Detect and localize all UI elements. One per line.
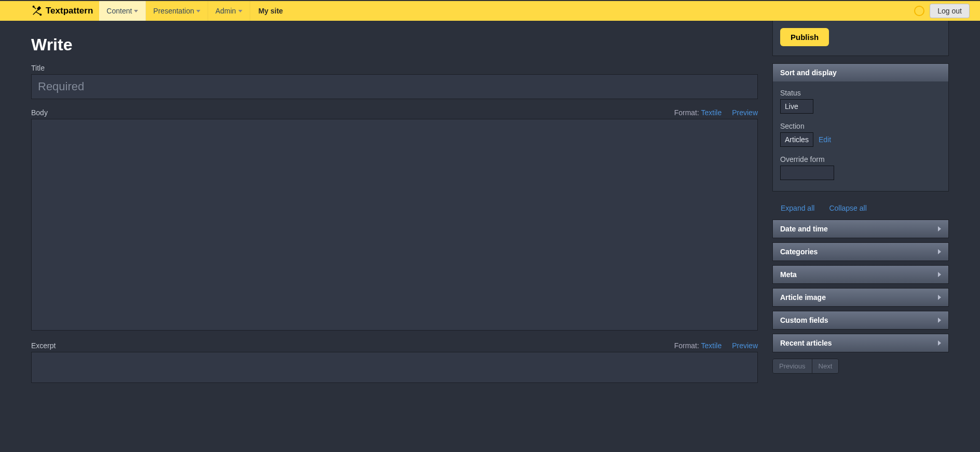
section-select[interactable]: Articles <box>780 132 813 147</box>
section-label: Section <box>780 122 941 130</box>
nav-admin-label: Admin <box>215 7 236 15</box>
nav-presentation-label: Presentation <box>153 7 194 15</box>
accordion-article-image-label: Article image <box>780 293 826 302</box>
chevron-right-icon <box>938 318 941 323</box>
chevron-right-icon <box>938 226 941 231</box>
sort-panel: Sort and display Status Live Section Art… <box>772 63 949 191</box>
override-row: Override form <box>780 155 941 182</box>
accordion-categories[interactable]: Categories <box>772 242 949 261</box>
override-select[interactable] <box>780 166 834 180</box>
main-column: Write Title Body Format: Textile Preview <box>31 21 758 394</box>
accordion-custom-fields[interactable]: Custom fields <box>772 311 949 330</box>
caret-icon <box>238 10 242 12</box>
section-edit-link[interactable]: Edit <box>819 135 831 144</box>
collapse-all-link[interactable]: Collapse all <box>829 204 866 212</box>
sort-header: Sort and display <box>773 64 948 81</box>
accordion-recent-label: Recent articles <box>780 339 832 347</box>
body-label-right: Format: Textile Preview <box>674 108 758 117</box>
nav-admin[interactable]: Admin <box>208 1 250 21</box>
sort-header-label: Sort and display <box>780 69 837 77</box>
body-textarea[interactable] <box>31 119 758 331</box>
accordion-date-time[interactable]: Date and time <box>772 220 949 238</box>
status-row: Status Live <box>780 89 941 114</box>
accordion-article-image[interactable]: Article image <box>772 288 949 307</box>
body-label-row: Body Format: Textile Preview <box>31 108 758 117</box>
excerpt-block: Excerpt Format: Textile Preview <box>31 341 758 385</box>
format-prefix: Format: <box>674 108 699 117</box>
nav-presentation[interactable]: Presentation <box>146 1 208 21</box>
svg-point-0 <box>33 6 34 7</box>
body-format-link[interactable]: Textile <box>701 108 722 117</box>
section-row: Section Articles Edit <box>780 122 941 147</box>
accordion-categories-label: Categories <box>780 248 818 256</box>
override-label: Override form <box>780 155 941 163</box>
excerpt-label-right: Format: Textile Preview <box>674 341 758 350</box>
pager-previous[interactable]: Previous <box>773 359 812 373</box>
caret-icon <box>196 10 200 12</box>
title-input[interactable] <box>31 74 758 99</box>
nav-content[interactable]: Content <box>99 1 146 21</box>
accordion-meta-label: Meta <box>780 270 797 279</box>
title-label: Title <box>31 64 758 72</box>
excerpt-format: Format: Textile <box>674 341 722 350</box>
accordion-meta[interactable]: Meta <box>772 265 949 284</box>
container: Write Title Body Format: Textile Preview <box>0 21 980 394</box>
nav-mysite[interactable]: My site <box>250 1 291 21</box>
body-preview-link[interactable]: Preview <box>732 108 758 117</box>
brand-text: Textpattern <box>46 6 93 16</box>
brand[interactable]: Textpattern <box>31 1 99 21</box>
body-label: Body <box>31 108 48 117</box>
status-label: Status <box>780 89 941 97</box>
status-select[interactable]: Live <box>780 99 813 114</box>
chevron-right-icon <box>938 272 941 277</box>
page-title: Write <box>31 35 758 54</box>
publish-button[interactable]: Publish <box>780 28 829 46</box>
excerpt-preview-link[interactable]: Preview <box>732 341 758 350</box>
excerpt-label-row: Excerpt Format: Textile Preview <box>31 341 758 350</box>
format-prefix: Format: <box>674 341 699 350</box>
pager-next[interactable]: Next <box>812 359 839 373</box>
spinner-icon <box>914 6 924 16</box>
side-column: Publish Sort and display Status Live Sec… <box>772 21 949 394</box>
expand-collapse-row: Expand all Collapse all <box>772 199 949 220</box>
accordion-custom-fields-label: Custom fields <box>780 316 828 324</box>
chevron-right-icon <box>938 340 941 346</box>
publish-panel: Publish <box>772 21 949 56</box>
tools-icon <box>31 5 43 17</box>
caret-icon <box>134 10 138 12</box>
body-format: Format: Textile <box>674 108 722 117</box>
logout-button[interactable]: Log out <box>930 4 970 18</box>
accordion-date-time-label: Date and time <box>780 225 828 233</box>
nav-menu: Content Presentation Admin <box>99 1 250 21</box>
body-block: Body Format: Textile Preview <box>31 108 758 332</box>
title-block: Title <box>31 64 758 99</box>
excerpt-format-link[interactable]: Textile <box>701 341 722 350</box>
chevron-right-icon <box>938 295 941 300</box>
excerpt-label: Excerpt <box>31 341 56 350</box>
pager: Previous Next <box>772 359 839 374</box>
nav-content-label: Content <box>106 7 132 15</box>
topbar-right: Log out <box>914 1 980 21</box>
svg-point-1 <box>40 14 42 16</box>
expand-all-link[interactable]: Expand all <box>781 204 814 212</box>
chevron-right-icon <box>938 249 941 254</box>
topbar: Textpattern Content Presentation Admin M… <box>0 0 980 21</box>
excerpt-textarea[interactable] <box>31 352 758 383</box>
accordion-recent-articles[interactable]: Recent articles <box>772 334 949 352</box>
